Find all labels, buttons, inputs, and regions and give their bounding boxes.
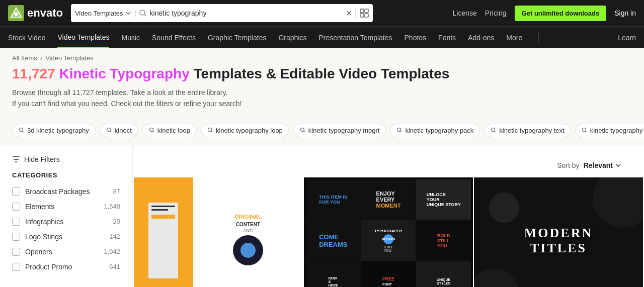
category-name: Elements (25, 203, 99, 211)
nav-links: License Pricing Get unlimited downloads … (453, 6, 636, 21)
svg-point-12 (300, 128, 304, 132)
svg-rect-4 (360, 9, 364, 13)
logo[interactable]: envato (8, 5, 63, 21)
logo-text: envato (27, 7, 63, 20)
subnav-photos[interactable]: Photos (405, 28, 427, 48)
result-card[interactable]: ORIGINAL CONTENT AND (134, 177, 303, 287)
category-checkbox[interactable] (12, 203, 20, 211)
hide-filters-label: Hide Filters (24, 155, 60, 163)
breadcrumb-sep: › (40, 54, 42, 62)
results-grid: ORIGINAL CONTENT AND THIS ITEM ISFOR Y (133, 177, 644, 287)
sort-by-label: Sort by (557, 161, 579, 169)
category-logo-stings[interactable]: Logo Stings 142 (12, 229, 120, 244)
search-icon (106, 127, 112, 133)
search-type-selector[interactable]: Video Templates (75, 10, 136, 17)
search-type-label: Video Templates (75, 10, 123, 17)
pricing-link[interactable]: Pricing (485, 9, 507, 17)
search-input[interactable] (150, 9, 343, 17)
svg-point-13 (397, 128, 401, 132)
tag-kinetic-typography-pack[interactable]: kinetic typography pack (390, 124, 480, 137)
search-bar: Video Templates ✕ (71, 4, 373, 22)
category-infographics[interactable]: Infographics 20 (12, 214, 120, 229)
category-checkbox[interactable] (12, 248, 20, 256)
category-checkbox[interactable] (12, 218, 20, 226)
category-count: 1,548 (104, 203, 120, 210)
cta-button[interactable]: Get unlimited downloads (515, 6, 607, 21)
category-name: Logo Stings (25, 233, 104, 241)
svg-rect-5 (365, 9, 368, 13)
sign-in-button[interactable]: Sign in (614, 9, 636, 17)
search-icon (491, 127, 497, 133)
search-icon (396, 127, 403, 133)
category-checkbox[interactable] (12, 263, 20, 271)
category-broadcast-packages[interactable]: Broadcast Packages 87 (12, 184, 120, 199)
breadcrumb-all-items[interactable]: All Items (12, 54, 37, 62)
search-icon (207, 127, 213, 133)
svg-point-9 (107, 128, 110, 132)
subnav-more[interactable]: More (506, 28, 522, 48)
subnav-graphic-templates[interactable]: Graphic Templates (208, 28, 266, 48)
results-top-bar: Sort by Relevant (133, 145, 644, 177)
subnav-stock-video[interactable]: Stock Video (8, 28, 45, 48)
tag-kinetic-loop[interactable]: kinetic loop (142, 124, 197, 137)
tag-kinect[interactable]: kinect (100, 124, 138, 137)
sort-chevron-icon (615, 162, 622, 169)
sort-bar: Sort by Relevant (545, 153, 634, 173)
subnav-graphics[interactable]: Graphics (278, 28, 306, 48)
page-title: 11,727 Kinetic Typography Templates & Ed… (12, 66, 632, 82)
learn-link[interactable]: Learn (618, 34, 636, 42)
search-icon (300, 127, 306, 133)
categories-title: Categories (12, 171, 120, 179)
sort-value: Relevant (584, 161, 613, 169)
visual-search-button[interactable] (355, 9, 369, 18)
hide-filters-button[interactable]: Hide Filters (12, 155, 120, 163)
sidebar: Hide Filters Categories Broadcast Packag… (0, 145, 133, 287)
search-icon (139, 9, 147, 17)
breadcrumb-current: Video Templates (45, 54, 94, 62)
category-count: 1,942 (104, 248, 120, 255)
subnav-video-templates[interactable]: Video Templates (57, 27, 109, 48)
main-content: Hide Filters Categories Broadcast Packag… (0, 145, 644, 287)
category-checkbox[interactable] (12, 187, 20, 196)
breadcrumb: All Items › Video Templates (12, 54, 632, 62)
category-count: 87 (113, 187, 120, 195)
subnav-fonts[interactable]: Fonts (438, 28, 456, 48)
search-icon (582, 127, 588, 133)
result-card[interactable]: MODERN TITLES (474, 177, 643, 287)
tag-kinetic-typography-loop[interactable]: kinetic typography loop (201, 124, 289, 137)
subnav-presentation-templates[interactable]: Presentation Templates (318, 28, 392, 48)
category-name: Broadcast Packages (25, 187, 108, 196)
svg-rect-7 (365, 14, 368, 17)
hero-desc-1: Browse through all 11,727 templates. Tak… (12, 87, 632, 98)
chevron-down-icon (125, 10, 131, 16)
category-name: Openers (25, 248, 99, 256)
sub-nav: Stock Video Video Templates Music Sound … (0, 26, 644, 48)
search-term-highlight: Kinetic Typography (59, 66, 189, 81)
sort-dropdown[interactable]: Relevant (584, 161, 622, 169)
category-checkbox[interactable] (12, 233, 20, 241)
subnav-addons[interactable]: Add-ons (468, 28, 494, 48)
category-openers[interactable]: Openers 1,942 (12, 244, 120, 259)
search-icon (19, 127, 25, 133)
result-card[interactable]: THIS ITEM ISFOR YOU ENJOYEVERYMOMENT UNL… (304, 177, 473, 287)
category-elements[interactable]: Elements 1,548 (12, 199, 120, 214)
results-area: Sort by Relevant (133, 145, 644, 287)
search-icon (149, 127, 155, 133)
tag-3d-kinetic-typography[interactable]: 3d kinetic typography (12, 124, 96, 137)
subnav-sound-effects[interactable]: Sound Effects (152, 28, 196, 48)
tag-kinetic-typography-text[interactable]: kinetic typography text (484, 124, 571, 137)
license-link[interactable]: License (453, 9, 477, 17)
category-product-promo[interactable]: Product Promo 641 (12, 259, 120, 274)
svg-point-14 (492, 128, 495, 132)
subnav-music[interactable]: Music (121, 28, 140, 48)
svg-point-11 (208, 128, 211, 132)
tag-kinetic-typography-titles[interactable]: kinetic typography titles (575, 124, 644, 137)
svg-point-10 (149, 128, 153, 132)
filter-icon (12, 155, 20, 163)
subnav-divider (538, 33, 539, 43)
svg-point-15 (582, 128, 586, 132)
tag-kinetic-typography-mogrt[interactable]: kinetic typography mogrt (293, 124, 386, 137)
category-count: 20 (113, 218, 120, 225)
category-count: 641 (109, 263, 120, 270)
search-clear-button[interactable]: ✕ (346, 9, 352, 18)
